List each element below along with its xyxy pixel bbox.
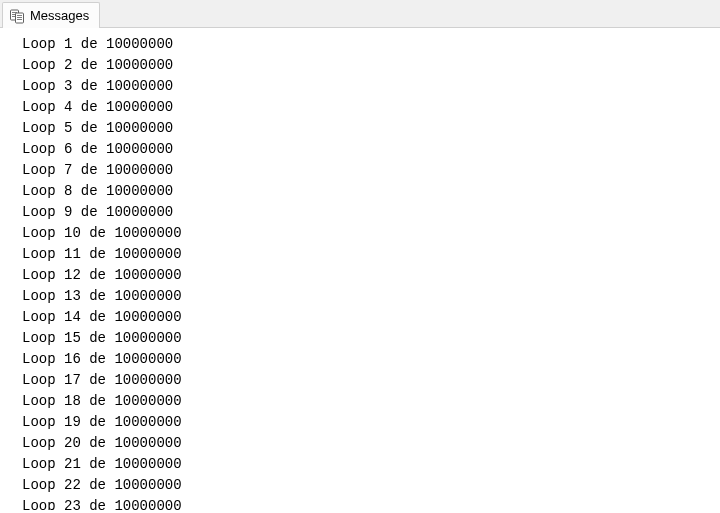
message-line: Loop 20 de 10000000 bbox=[22, 433, 720, 454]
tab-label: Messages bbox=[30, 8, 89, 23]
messages-icon bbox=[9, 8, 25, 24]
message-line: Loop 6 de 10000000 bbox=[22, 139, 720, 160]
message-line: Loop 21 de 10000000 bbox=[22, 454, 720, 475]
messages-pane[interactable]: Loop 1 de 10000000Loop 2 de 10000000Loop… bbox=[0, 28, 720, 513]
message-line: Loop 15 de 10000000 bbox=[22, 328, 720, 349]
message-line: Loop 9 de 10000000 bbox=[22, 202, 720, 223]
message-line: Loop 14 de 10000000 bbox=[22, 307, 720, 328]
message-line: Loop 4 de 10000000 bbox=[22, 97, 720, 118]
message-line: Loop 5 de 10000000 bbox=[22, 118, 720, 139]
message-line: Loop 19 de 10000000 bbox=[22, 412, 720, 433]
message-line: Loop 10 de 10000000 bbox=[22, 223, 720, 244]
message-line: Loop 12 de 10000000 bbox=[22, 265, 720, 286]
message-line: Loop 8 de 10000000 bbox=[22, 181, 720, 202]
message-line: Loop 7 de 10000000 bbox=[22, 160, 720, 181]
message-line: Loop 3 de 10000000 bbox=[22, 76, 720, 97]
message-line: Loop 1 de 10000000 bbox=[22, 34, 720, 55]
message-line: Loop 16 de 10000000 bbox=[22, 349, 720, 370]
message-line: Loop 18 de 10000000 bbox=[22, 391, 720, 412]
message-line: Loop 2 de 10000000 bbox=[22, 55, 720, 76]
message-line: Loop 17 de 10000000 bbox=[22, 370, 720, 391]
message-line: Loop 11 de 10000000 bbox=[22, 244, 720, 265]
svg-rect-4 bbox=[16, 13, 24, 23]
message-line: Loop 23 de 10000000 bbox=[22, 496, 720, 510]
tab-messages[interactable]: Messages bbox=[2, 2, 100, 28]
tab-bar: Messages bbox=[0, 0, 720, 28]
message-line: Loop 13 de 10000000 bbox=[22, 286, 720, 307]
message-line: Loop 22 de 10000000 bbox=[22, 475, 720, 496]
